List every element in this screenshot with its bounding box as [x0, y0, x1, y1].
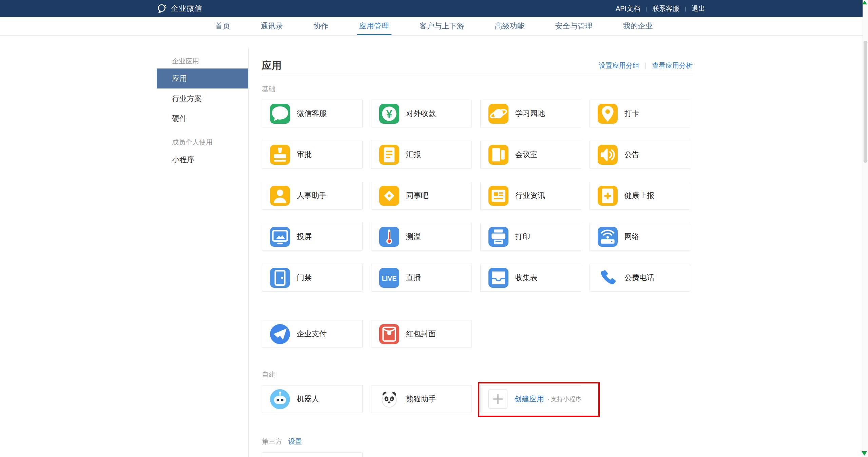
app-grid: [262, 452, 693, 457]
app-card-printer[interactable]: 打印: [480, 223, 581, 251]
app-label: 行业资讯: [515, 191, 545, 201]
app-card-pay-plane[interactable]: 企业支付: [262, 320, 363, 348]
section-header: 基础: [262, 84, 693, 94]
logout-link[interactable]: 退出: [692, 4, 705, 13]
app-label: 对外收款: [406, 108, 436, 119]
sidebar-item-hardware[interactable]: 硬件: [157, 108, 248, 128]
robot-icon: [270, 389, 290, 409]
app-label: 健康上报: [624, 191, 654, 201]
thermometer-icon: [379, 227, 399, 247]
form-icon: [488, 268, 508, 288]
app-label: 打卡: [624, 108, 639, 119]
app-card-panda[interactable]: 熊猫助手: [371, 385, 472, 413]
action-separator: [645, 63, 646, 69]
app-card-live[interactable]: LIVE直播: [371, 264, 472, 292]
app-label: 测温: [406, 232, 421, 242]
sidebar-item-industry-solutions[interactable]: 行业方案: [157, 88, 248, 108]
router-icon: [598, 227, 618, 247]
app-card-red-packet[interactable]: 红包封面: [371, 320, 472, 348]
app-card-screen-cast[interactable]: 投屏: [262, 223, 363, 251]
app-card-news[interactable]: 行业资讯: [480, 182, 581, 210]
topbar-separator: |: [645, 6, 647, 12]
create-app-button[interactable]: 创建应用·支持小程序: [480, 385, 581, 413]
set-app-groups-link[interactable]: 设置应用分组: [599, 61, 639, 70]
app-card-partial[interactable]: [262, 452, 363, 457]
wecom-logo-icon: [157, 3, 167, 14]
nav-item-collaboration[interactable]: 协作: [298, 17, 344, 35]
scroll-up-arrow-icon: [862, 1, 867, 4]
scrollbar-thumb[interactable]: [864, 41, 867, 163]
section-basic: 基础微信客服¥对外收款学习园地打卡审批汇报会议室公告人事助手同事吧行业资讯健康上…: [262, 84, 693, 348]
nav-item-security-management[interactable]: 安全与管理: [540, 17, 608, 35]
app-card-report-doc[interactable]: 汇报: [371, 141, 472, 168]
nav-item-customers-upstream[interactable]: 客户与上下游: [404, 17, 480, 35]
app-label: 门禁: [297, 273, 312, 283]
svg-text:¥: ¥: [386, 107, 392, 120]
app-card-form[interactable]: 收集表: [480, 264, 581, 292]
app-card-diamond[interactable]: 同事吧: [371, 182, 472, 210]
app-card-planet[interactable]: 学习园地: [480, 100, 581, 127]
app-grid: 微信客服¥对外收款学习园地打卡审批汇报会议室公告人事助手同事吧行业资讯健康上报投…: [262, 100, 693, 292]
health-report-icon: [598, 186, 618, 206]
nav-item-advanced-features[interactable]: 高级功能: [480, 17, 540, 35]
app-label: 人事助手: [297, 191, 327, 201]
app-card-health-report[interactable]: 健康上报: [590, 182, 690, 210]
app-card-phone[interactable]: 公费电话: [590, 264, 690, 292]
section-self-built: 自建机器人熊猫助手创建应用·支持小程序: [262, 370, 693, 413]
app-sections: 基础微信客服¥对外收款学习园地打卡审批汇报会议室公告人事助手同事吧行业资讯健康上…: [262, 84, 693, 457]
sidebar-item-mini-programs[interactable]: 小程序: [157, 150, 248, 170]
app-card-person[interactable]: 人事助手: [262, 182, 363, 210]
section-third-party: 第三方设置: [262, 437, 693, 457]
phone-icon: [598, 268, 618, 288]
live-icon: LIVE: [379, 268, 399, 288]
app-card-robot[interactable]: 机器人: [262, 385, 363, 413]
section-label: 自建: [262, 370, 275, 379]
nav-item-my-company[interactable]: 我的企业: [608, 17, 668, 35]
app-label: 网络: [624, 232, 639, 242]
app-card-thermometer[interactable]: 测温: [371, 223, 472, 251]
api-docs-link[interactable]: API文档: [616, 4, 640, 13]
app-card-meeting-room[interactable]: 会议室: [480, 141, 581, 168]
app-label: 打印: [515, 232, 530, 242]
nav-item-contacts[interactable]: 通讯录: [246, 17, 298, 35]
scroll-down-arrow-icon: [862, 451, 867, 456]
app-grid: 企业支付红包封面: [262, 320, 693, 348]
app-label: 红包封面: [406, 329, 436, 339]
app-card-megaphone[interactable]: 公告: [590, 141, 690, 168]
scrollbar[interactable]: [863, 0, 868, 457]
topbar-separator: |: [685, 6, 686, 12]
app-grid: 机器人熊猫助手创建应用·支持小程序: [262, 385, 693, 413]
printer-icon: [488, 227, 508, 247]
planet-icon: [488, 104, 508, 124]
app-card-chat[interactable]: 微信客服: [262, 100, 363, 127]
app-label: 微信客服: [297, 108, 327, 119]
nav-item-app-management[interactable]: 应用管理: [344, 17, 404, 35]
chat-icon: [270, 104, 290, 124]
app-label: 收集表: [515, 273, 538, 283]
app-card-router[interactable]: 网络: [590, 223, 690, 251]
app-label: 企业支付: [297, 329, 327, 339]
third-party-settings-link[interactable]: 设置: [288, 437, 302, 446]
page-title: 应用: [262, 59, 282, 73]
sidebar-group-header: 成员个人使用: [157, 137, 248, 147]
contact-support-link[interactable]: 联系客服: [652, 4, 679, 13]
app-label: 创建应用: [514, 394, 544, 404]
yuan-badge-icon: ¥: [379, 104, 399, 124]
nav-item-home[interactable]: 首页: [200, 17, 246, 35]
main-actions: 设置应用分组查看应用分析: [599, 61, 693, 70]
view-app-analytics-link[interactable]: 查看应用分析: [652, 61, 693, 70]
person-icon: [270, 186, 290, 206]
sidebar-item-apps[interactable]: 应用: [157, 68, 248, 88]
brand-name: 企业微信: [171, 3, 202, 14]
section-label: 基础: [262, 84, 275, 94]
main-panel: 应用 设置应用分组查看应用分析 基础微信客服¥对外收款学习园地打卡审批汇报会议室…: [262, 56, 693, 457]
app-card-stamp[interactable]: 审批: [262, 141, 363, 168]
app-card-door-access[interactable]: 门禁: [262, 264, 363, 292]
meeting-room-icon: [488, 145, 508, 165]
app-card-location-pin[interactable]: 打卡: [590, 100, 690, 127]
app-label: 公费电话: [624, 273, 654, 283]
pay-plane-icon: [270, 324, 290, 344]
app-label: 机器人: [297, 394, 319, 404]
app-note: 支持小程序: [551, 395, 581, 403]
app-card-yuan-badge[interactable]: ¥对外收款: [371, 100, 472, 127]
